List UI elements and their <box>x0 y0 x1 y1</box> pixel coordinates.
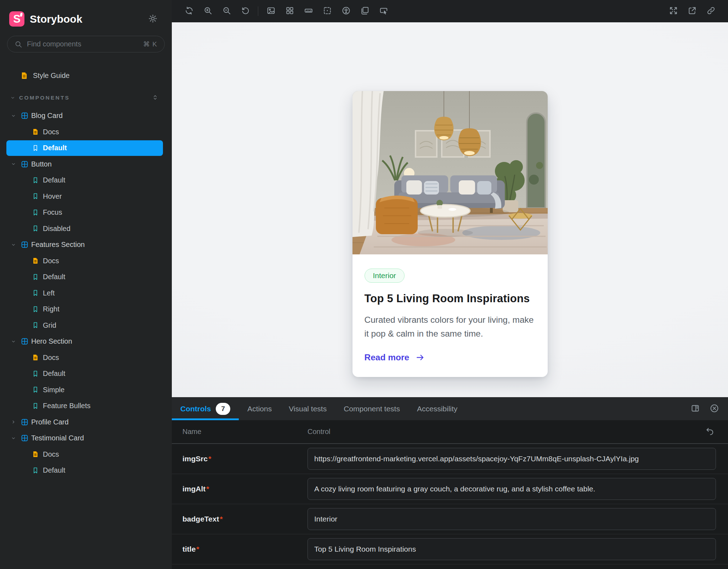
sidebar-story-feature-bullets[interactable]: Feature Bullets <box>0 398 172 414</box>
sidebar-component-hero-section[interactable]: Hero Section <box>0 333 172 350</box>
measure-button[interactable] <box>299 0 318 22</box>
grid-button[interactable] <box>280 0 299 22</box>
backgrounds-icon <box>266 6 276 16</box>
sidebar-item-label: Profile Card <box>31 418 69 426</box>
sidebar-item-label: Testimonial Card <box>31 434 84 442</box>
open-external-button[interactable] <box>683 0 701 22</box>
accessibility-icon <box>342 6 351 16</box>
control-name: badgeText* <box>172 515 307 523</box>
measure-icon <box>304 6 313 16</box>
copy-link-icon <box>706 6 716 16</box>
control-row-imgAlt: imgAlt* <box>172 474 728 504</box>
tab-controls[interactable]: Controls 7 <box>172 397 239 420</box>
accessibility-button[interactable] <box>337 0 355 22</box>
sidebar-story-default[interactable]: Default <box>0 269 172 285</box>
control-input-title[interactable] <box>307 538 716 560</box>
sidebar-story-default[interactable]: Default <box>0 172 172 188</box>
card-description: Curated vibrants colors for your living,… <box>365 313 536 340</box>
sidebar-component-button[interactable]: Button <box>0 156 172 173</box>
search-input[interactable] <box>27 40 139 48</box>
sidebar-component-features-section[interactable]: Features Section <box>0 237 172 253</box>
settings-button[interactable] <box>148 14 158 24</box>
control-input-imgSrc[interactable] <box>307 448 716 470</box>
search-shortcut: ⌘ K <box>143 40 157 48</box>
sidebar-item-label: Docs <box>43 354 59 362</box>
style-guide-label: Style Guide <box>33 72 69 80</box>
required-asterisk: * <box>208 455 211 463</box>
zoom-in-button[interactable] <box>198 0 217 22</box>
panel-position-icon <box>690 404 700 414</box>
addons-panel: Controls 7 Actions Visual tests Componen… <box>172 397 728 569</box>
fullscreen-button[interactable] <box>664 0 683 22</box>
sidebar-story-focus[interactable]: Focus <box>0 204 172 221</box>
sidebar-component-testimonial-card[interactable]: Testimonial Card <box>0 430 172 446</box>
bookmark-icon <box>32 225 39 232</box>
zoom-in-icon <box>203 6 213 16</box>
close-panel-button[interactable] <box>705 397 724 420</box>
tab-component-tests[interactable]: Component tests <box>335 397 408 420</box>
sidebar-story-disabled[interactable]: Disabled <box>0 221 172 237</box>
tab-accessibility[interactable]: Accessibility <box>408 397 466 420</box>
sidebar-story-left[interactable]: Left <box>0 285 172 302</box>
required-asterisk: * <box>196 545 199 553</box>
sidebar-item-label: Default <box>43 273 65 281</box>
controls-table-header: Name Control <box>172 420 728 444</box>
docs-icon <box>32 451 39 458</box>
sidebar-docs-docs[interactable]: Docs <box>0 350 172 366</box>
chevron-down-icon <box>11 339 16 344</box>
sidebar-docs-docs[interactable]: Docs <box>0 124 172 140</box>
tab-label: Accessibility <box>417 405 457 413</box>
tab-actions[interactable]: Actions <box>239 397 280 420</box>
control-input-badgeText[interactable] <box>307 508 716 530</box>
storybook-logo[interactable]: S Storybook <box>9 11 82 27</box>
preview-canvas: Interior Top 5 Living Room Inspirations … <box>172 22 728 397</box>
copy-link-button[interactable] <box>701 0 720 22</box>
sidebar-item-label: Default <box>43 466 65 474</box>
sidebar-item-label: Disabled <box>43 225 70 233</box>
tab-visual-tests[interactable]: Visual tests <box>280 397 335 420</box>
card-body: Interior Top 5 Living Room Inspirations … <box>352 254 548 362</box>
control-input-imgAlt[interactable] <box>307 478 716 500</box>
required-asterisk: * <box>206 485 209 493</box>
viewport-button[interactable] <box>355 0 374 22</box>
sidebar-story-default[interactable]: Default <box>0 140 172 156</box>
remount-button[interactable] <box>180 0 198 22</box>
read-more-label: Read more <box>365 353 410 362</box>
outline-button[interactable] <box>318 0 337 22</box>
sidebar-item-label: Features Section <box>31 241 85 249</box>
sidebar-story-default[interactable]: Default <box>0 366 172 382</box>
zoom-out-button[interactable] <box>217 0 236 22</box>
tab-label: Component tests <box>344 405 400 413</box>
interactions-button[interactable] <box>374 0 393 22</box>
reset-controls-button[interactable] <box>700 427 719 437</box>
sidebar-story-right[interactable]: Right <box>0 301 172 317</box>
sidebar-story-hover[interactable]: Hover <box>0 188 172 205</box>
sidebar-component-profile-card[interactable]: Profile Card <box>0 414 172 430</box>
component-tree: Blog Card Docs Default Button Default Ho… <box>0 108 172 479</box>
sidebar-item-label: Focus <box>43 208 62 216</box>
read-more-link[interactable]: Read more <box>365 353 425 362</box>
search-box[interactable]: ⌘ K <box>7 36 165 52</box>
sidebar-header: S Storybook <box>0 0 172 27</box>
docs-icon <box>32 128 39 135</box>
sidebar-item-label: Hero Section <box>31 337 72 345</box>
sidebar-docs-docs[interactable]: Docs <box>0 253 172 269</box>
sidebar-item-style-guide[interactable]: Style Guide <box>0 67 172 84</box>
undo-icon <box>705 427 715 437</box>
components-section-header[interactable]: COMPONENTS <box>0 91 172 105</box>
control-row-title: title* <box>172 534 728 564</box>
sidebar-story-grid[interactable]: Grid <box>0 317 172 334</box>
bookmark-icon <box>32 177 39 184</box>
sidebar-story-default[interactable]: Default <box>0 462 172 479</box>
backgrounds-button[interactable] <box>261 0 280 22</box>
sidebar-item-label: Docs <box>43 257 59 265</box>
collapse-all-button[interactable] <box>152 94 158 102</box>
component-icon <box>21 418 29 426</box>
sidebar-story-simple[interactable]: Simple <box>0 382 172 398</box>
zoom-reset-button[interactable] <box>236 0 255 22</box>
sidebar-component-blog-card[interactable]: Blog Card <box>0 108 172 124</box>
panel-position-button[interactable] <box>685 397 705 420</box>
sidebar-docs-docs[interactable]: Docs <box>0 446 172 463</box>
components-section-label: COMPONENTS <box>19 95 70 101</box>
search-icon <box>15 40 22 48</box>
